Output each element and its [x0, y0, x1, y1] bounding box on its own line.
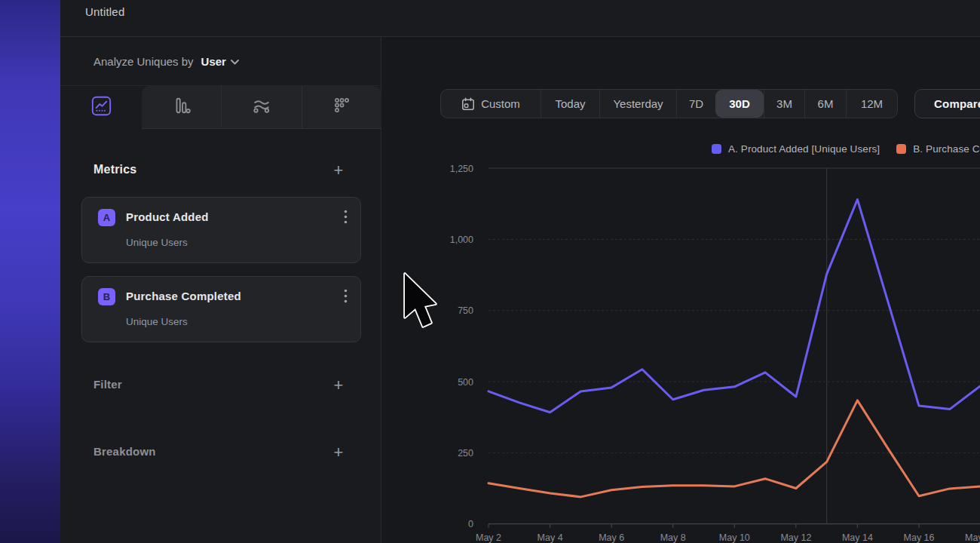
metric-name: Purchase Completed — [126, 290, 241, 302]
metrics-title: Metrics — [93, 163, 136, 176]
range-label: 7D — [689, 97, 703, 110]
line-chart: 02505007501,0001,250May 2May 4May 6May 8… — [382, 151, 980, 543]
x-tick-label: May 2 — [476, 532, 501, 543]
metric-measure: Unique Users — [126, 237, 188, 248]
x-tick-label: May 18 — [965, 532, 980, 543]
app-window: Untitled Analyze Uniques by User Metrics… — [0, 0, 980, 543]
report-title[interactable]: Untitled — [85, 5, 124, 18]
tab-bar-chart[interactable] — [142, 86, 221, 128]
range-30d-button[interactable]: 30D — [715, 90, 764, 118]
x-tick-label: May 6 — [599, 532, 624, 543]
metric-card-b[interactable]: BPurchase CompletedUnique Users — [81, 276, 361, 342]
add-breakdown-button[interactable]: + — [329, 443, 348, 462]
tab-grid-dots[interactable] — [302, 86, 381, 128]
range-12m-button[interactable]: 12M — [846, 90, 897, 118]
range-label: 6M — [818, 97, 834, 110]
x-tick-label: May 16 — [904, 532, 935, 543]
x-tick-label: May 14 — [842, 532, 873, 543]
analyze-by-dropdown[interactable]: User — [201, 55, 239, 68]
topbar: Untitled — [60, 0, 980, 37]
analyze-label: Analyze Uniques by — [93, 55, 194, 68]
x-tick-label: May 8 — [660, 532, 686, 543]
line-chart-icon — [91, 96, 112, 119]
chevron-down-icon — [231, 60, 239, 65]
series-line[interactable] — [488, 200, 980, 413]
main-panel: CustomTodayYesterday7D30D3M6M12M Compare… — [382, 37, 980, 543]
x-tick-label: May 4 — [537, 532, 563, 543]
metric-name: Product Added — [126, 210, 209, 223]
analyze-by-value: User — [201, 55, 226, 68]
range-label: 3M — [776, 97, 792, 110]
calendar-icon — [461, 97, 475, 111]
range-label: Custom — [481, 97, 520, 110]
metric-letter-badge: B — [98, 288, 115, 305]
breakdown-header: Breakdown+ — [60, 441, 381, 465]
tab-flow-chart[interactable] — [221, 86, 301, 128]
y-tick-label: 1,250 — [450, 164, 473, 174]
series-line[interactable] — [488, 400, 980, 497]
grid-dots-icon — [332, 96, 351, 118]
date-range-toolbar: CustomTodayYesterday7D30D3M6M12M — [440, 89, 898, 118]
metric-options-button[interactable] — [337, 209, 354, 227]
x-tick-label: May 10 — [719, 532, 750, 543]
range-custom-button[interactable]: Custom — [441, 90, 541, 118]
flow-chart-icon — [251, 95, 272, 119]
metric-options-button[interactable] — [337, 288, 354, 306]
inactive-tabs-panel — [142, 86, 381, 129]
bar-chart-icon — [172, 96, 191, 118]
compare-button[interactable]: Compare — [914, 89, 980, 118]
y-tick-label: 750 — [458, 305, 473, 316]
x-tick-label: May 12 — [780, 532, 811, 543]
range-today-button[interactable]: Today — [541, 90, 599, 118]
breakdown-title: Breakdown — [93, 445, 156, 458]
range-3m-button[interactable]: 3M — [764, 90, 804, 118]
range-label: Today — [555, 97, 585, 110]
kebab-icon — [344, 216, 348, 227]
filter-title: Filter — [93, 378, 122, 391]
sidebar: Analyze Uniques by User Metrics + AProdu… — [60, 37, 381, 543]
add-filter-button[interactable]: + — [329, 376, 348, 395]
chart-type-tabs — [60, 86, 381, 129]
y-tick-label: 0 — [468, 519, 473, 529]
add-metric-button[interactable]: + — [329, 161, 348, 180]
y-tick-label: 1,000 — [450, 235, 473, 245]
range-label: 30D — [729, 97, 750, 110]
metrics-header: Metrics + — [60, 159, 381, 183]
metric-card-a[interactable]: AProduct AddedUnique Users — [81, 197, 361, 263]
range-7d-button[interactable]: 7D — [676, 90, 715, 118]
metric-letter-badge: A — [98, 209, 115, 226]
range-label: 12M — [861, 97, 883, 110]
filter-header: Filter+ — [60, 374, 381, 398]
y-tick-label: 250 — [458, 448, 473, 459]
range-yesterday-button[interactable]: Yesterday — [599, 90, 676, 118]
y-tick-label: 500 — [458, 377, 473, 388]
metric-measure: Unique Users — [126, 316, 188, 327]
range-6m-button[interactable]: 6M — [804, 90, 846, 118]
kebab-icon — [344, 295, 348, 306]
analyze-row: Analyze Uniques by User — [60, 37, 381, 86]
tab-line-chart-selected[interactable] — [60, 86, 142, 129]
left-gradient-strip — [0, 0, 60, 543]
range-label: Yesterday — [613, 97, 663, 110]
